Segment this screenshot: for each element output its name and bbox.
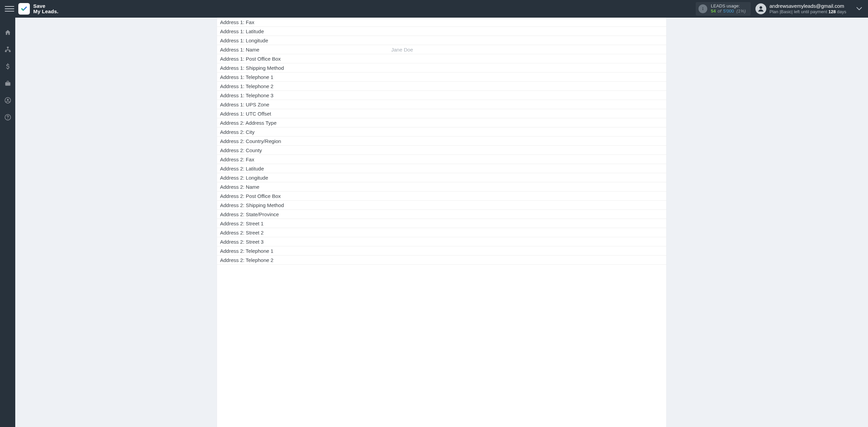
field-row[interactable]: Address 1: Longitude <box>217 36 666 45</box>
field-row[interactable]: Address 1: Latitude <box>217 27 666 36</box>
user-circle-icon <box>4 97 11 104</box>
sidebar-item-account[interactable] <box>0 96 15 105</box>
field-value: Jane Doe <box>391 47 666 53</box>
chevron-down-icon <box>856 7 862 11</box>
info-icon <box>698 4 707 13</box>
field-label: Address 1: Telephone 3 <box>220 93 391 98</box>
dollar-icon <box>4 63 11 70</box>
sitemap-icon <box>4 46 11 53</box>
field-label: Address 2: Telephone 2 <box>220 257 391 263</box>
field-row[interactable]: Address 2: Telephone 2 <box>217 256 666 265</box>
svg-rect-6 <box>5 82 10 86</box>
field-label: Address 2: Country/Region <box>220 138 391 144</box>
field-label: Address 1: Latitude <box>220 28 391 34</box>
leads-used-count: 54 <box>711 8 715 14</box>
brand-line2: My Leads. <box>33 9 58 14</box>
field-row[interactable]: Address 1: Fax <box>217 18 666 27</box>
field-row[interactable]: Address 2: Street 1 <box>217 219 666 228</box>
field-label: Address 1: UTC Offset <box>220 111 391 117</box>
svg-rect-3 <box>7 47 8 48</box>
plan-days: 128 <box>828 9 836 14</box>
field-row[interactable]: Address 2: Longitude <box>217 173 666 182</box>
field-row[interactable]: Address 1: UTC Offset <box>217 109 666 118</box>
plan-mid: | left until payment <box>791 9 828 14</box>
checkmark-icon <box>21 5 27 12</box>
field-row[interactable]: Address 2: Address Type <box>217 118 666 127</box>
field-row[interactable]: Address 2: Fax <box>217 155 666 164</box>
app-logo[interactable] <box>18 3 30 15</box>
field-label: Address 2: Post Office Box <box>220 193 391 199</box>
header-expand-button[interactable] <box>854 5 864 13</box>
field-label: Address 1: UPS Zone <box>220 102 391 107</box>
leads-usage-badge[interactable]: LEADS usage: 54 of 5'000 (1%) <box>696 2 750 16</box>
sidebar-item-billing[interactable] <box>0 62 15 71</box>
field-label: Address 2: Longitude <box>220 175 391 181</box>
field-row[interactable]: Address 1: Telephone 1 <box>217 73 666 82</box>
field-label: Address 1: Longitude <box>220 38 391 43</box>
avatar <box>755 3 766 14</box>
field-label: Address 2: Fax <box>220 157 391 162</box>
brand-line1: Save <box>33 3 58 9</box>
field-label: Address 2: State/Province <box>220 211 391 217</box>
main-content: Address 1: FaxAddress 1: LatitudeAddress… <box>15 18 868 427</box>
field-row[interactable]: Address 2: Post Office Box <box>217 191 666 201</box>
svg-point-0 <box>703 7 703 8</box>
field-row[interactable]: Address 1: Telephone 2 <box>217 82 666 91</box>
field-row[interactable]: Address 2: Name <box>217 182 666 191</box>
field-label: Address 2: Street 3 <box>220 239 391 245</box>
field-row[interactable]: Address 2: Telephone 1 <box>217 246 666 256</box>
field-row[interactable]: Address 2: Street 2 <box>217 228 666 237</box>
field-row[interactable]: Address 1: Shipping Method <box>217 63 666 73</box>
menu-toggle-button[interactable] <box>5 4 14 14</box>
field-row[interactable]: Address 2: Country/Region <box>217 137 666 146</box>
field-row[interactable]: Address 2: City <box>217 127 666 137</box>
field-label: Address 2: City <box>220 129 391 135</box>
field-label: Address 2: Shipping Method <box>220 202 391 208</box>
field-row[interactable]: Address 2: State/Province <box>217 210 666 219</box>
leads-total-count: 5'000 <box>723 8 734 14</box>
field-label: Address 1: Shipping Method <box>220 65 391 71</box>
plan-prefix: Plan | <box>770 9 781 14</box>
svg-point-8 <box>7 99 8 100</box>
sidebar-item-briefcase[interactable] <box>0 79 15 88</box>
top-header: Save My Leads. LEADS usage: 54 of 5'000 … <box>0 0 868 18</box>
field-label: Address 1: Name <box>220 47 391 53</box>
svg-point-10 <box>7 118 8 119</box>
sidebar-item-home[interactable] <box>0 28 15 37</box>
left-sidebar <box>0 18 15 427</box>
field-label: Address 1: Fax <box>220 19 391 25</box>
field-row[interactable]: Address 2: County <box>217 146 666 155</box>
plan-suffix: days <box>836 9 846 14</box>
svg-point-2 <box>760 6 762 9</box>
plan-name: Basic <box>781 9 792 14</box>
field-row[interactable]: Address 2: Latitude <box>217 164 666 173</box>
field-row[interactable]: Address 1: NameJane Doe <box>217 45 666 54</box>
field-label: Address 2: Street 2 <box>220 230 391 236</box>
user-plan-line: Plan |Basic| left until payment 128 days <box>770 9 846 15</box>
leads-usage-text: LEADS usage: 54 of 5'000 (1%) <box>711 4 746 14</box>
svg-rect-1 <box>703 8 704 10</box>
field-mapping-panel: Address 1: FaxAddress 1: LatitudeAddress… <box>217 18 666 427</box>
field-row[interactable]: Address 2: Street 3 <box>217 237 666 246</box>
svg-rect-4 <box>5 50 6 52</box>
user-menu[interactable]: andrewsavemyleads@gmail.com Plan |Basic|… <box>755 3 846 15</box>
home-icon <box>4 29 11 36</box>
field-row[interactable]: Address 1: Post Office Box <box>217 54 666 63</box>
field-label: Address 2: Street 1 <box>220 221 391 226</box>
sidebar-item-help[interactable] <box>0 113 15 122</box>
brand-name: Save My Leads. <box>33 3 58 14</box>
sidebar-item-connections[interactable] <box>0 45 15 54</box>
field-label: Address 1: Telephone 1 <box>220 74 391 80</box>
field-label: Address 1: Post Office Box <box>220 56 391 62</box>
user-email: andrewsavemyleads@gmail.com <box>770 3 846 9</box>
field-label: Address 1: Telephone 2 <box>220 83 391 89</box>
field-label: Address 2: Name <box>220 184 391 190</box>
briefcase-icon <box>4 80 11 87</box>
field-label: Address 2: Address Type <box>220 120 391 126</box>
field-row[interactable]: Address 1: Telephone 3 <box>217 91 666 100</box>
field-row[interactable]: Address 1: UPS Zone <box>217 100 666 109</box>
field-label: Address 2: Latitude <box>220 166 391 171</box>
field-row[interactable]: Address 2: Shipping Method <box>217 201 666 210</box>
user-icon <box>757 5 765 13</box>
field-label: Address 2: County <box>220 147 391 153</box>
